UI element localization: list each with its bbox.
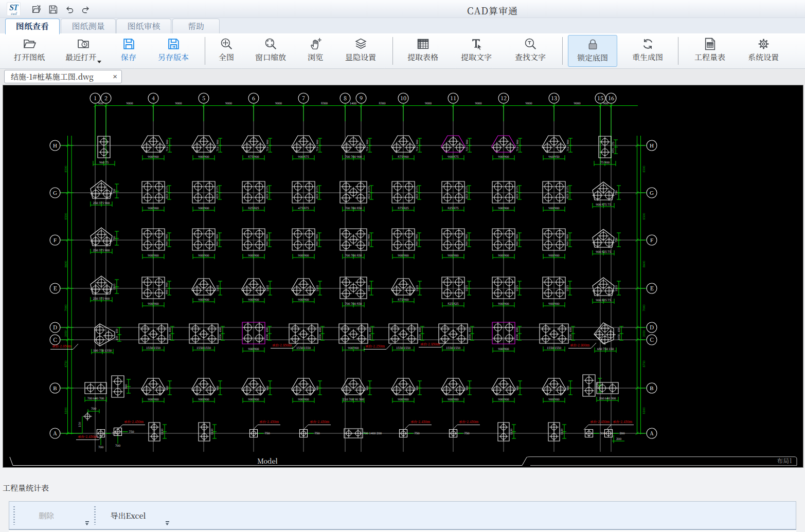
svg-text:900 900: 900 900 [298, 297, 309, 302]
export-excel-button[interactable]: 导出Excel [110, 509, 146, 522]
svg-text:1050: 1050 [218, 334, 222, 340]
svg-text:G: G [53, 188, 57, 196]
overflow-caret-icon[interactable] [85, 521, 90, 525]
svg-text:900: 900 [124, 384, 128, 389]
svg-text:100 750 1350: 100 750 1350 [93, 348, 112, 353]
document-tab[interactable]: 结施-1#桩基施工图.dwg × [4, 70, 122, 83]
toolbar-drag-handle[interactable] [94, 506, 96, 525]
svg-text:承台-2.450m: 承台-2.450m [124, 419, 144, 424]
svg-text:250 375 900: 250 375 900 [93, 248, 110, 252]
svg-text:900: 900 [215, 234, 219, 239]
svg-text:900: 900 [165, 289, 169, 294]
svg-text:825 825: 825 825 [448, 301, 458, 306]
svg-text:900 900: 900 900 [248, 297, 259, 302]
pan-hand-icon [309, 37, 323, 51]
svg-text:8500: 8500 [641, 166, 646, 172]
svg-text:1550 1550: 1550 1550 [196, 345, 211, 350]
toolbar-button-label: 显隐设置 [336, 51, 385, 63]
svg-text:1105: 1105 [367, 285, 371, 291]
svg-text:750: 750 [614, 190, 618, 195]
ribbon-tab-4[interactable]: 帮助 [172, 19, 220, 34]
svg-text:5: 5 [202, 94, 205, 102]
undo-icon[interactable] [64, 4, 75, 14]
svg-text:8750: 8750 [641, 360, 646, 367]
svg-text:1: 1 [94, 94, 97, 102]
toolbar-button-9[interactable]: 提取表格 [398, 35, 448, 67]
svg-text:714: 714 [415, 146, 419, 151]
svg-text:900: 900 [165, 139, 169, 144]
svg-text:10: 10 [400, 94, 406, 102]
svg-text:900: 900 [464, 241, 469, 246]
svg-text:9000: 9000 [175, 101, 182, 105]
svg-text:250 375 900: 250 375 900 [93, 296, 110, 301]
svg-text:714: 714 [165, 146, 169, 151]
svg-text:1550 1550: 1550 1550 [446, 345, 460, 350]
toolbar-button-6[interactable]: 窗口缩放 [246, 35, 295, 67]
svg-text:900 875 75: 900 875 75 [596, 202, 611, 207]
toolbar-button-label: 窗口缩放 [246, 51, 295, 63]
svg-text:1175: 1175 [565, 186, 569, 192]
svg-text:1175: 1175 [464, 285, 469, 291]
cad-canvas[interactable]: 9009000900090009000830014008300900090009… [3, 85, 803, 468]
toolbar-button-14[interactable]: 工程量表 [685, 35, 735, 67]
svg-text:9000: 9000 [126, 101, 133, 105]
quantity-panel: 工程量统计表 删除导出Excel [0, 468, 805, 532]
app-title: CAD算审通 [467, 4, 518, 17]
toolbar-button-7[interactable]: 浏览 [291, 35, 340, 67]
open-file-icon[interactable] [31, 4, 41, 14]
app-window: ST cad CAD算审通 图纸查看图纸测量图纸审核帮助 打开图纸最近打开保存另… [0, 0, 805, 532]
svg-text:450: 450 [115, 328, 119, 333]
svg-text:1105: 1105 [614, 285, 618, 291]
svg-text:825 825: 825 825 [248, 206, 259, 210]
toolbar-button-5[interactable]: 全图 [202, 35, 251, 67]
toolbar-button-15[interactable]: 系统设置 [739, 35, 788, 67]
toolbar-button-10[interactable]: 提取文字 [452, 35, 501, 67]
svg-text:1150: 1150 [595, 382, 599, 389]
svg-text:750: 750 [265, 431, 270, 435]
toolbar-button-11[interactable]: 查找文字 [506, 35, 555, 67]
toolbar-button-4[interactable]: 另存版本 [149, 35, 198, 67]
svg-text:700 700 850: 700 700 850 [345, 301, 362, 306]
svg-text:900: 900 [315, 139, 319, 144]
svg-text:8100: 8100 [641, 407, 646, 414]
overflow-caret-icon[interactable] [165, 521, 170, 525]
svg-text:8100: 8100 [63, 407, 68, 414]
toolbar-button-3[interactable]: 保存 [104, 35, 153, 67]
svg-text:900: 900 [415, 241, 419, 246]
svg-text:900: 900 [415, 234, 419, 239]
toolbar-separator [392, 37, 393, 65]
toolbar-drag-handle[interactable] [13, 506, 15, 525]
ribbon-tab-2[interactable]: 图纸测量 [61, 19, 116, 34]
toolbar-button-12[interactable]: 锁定底图 [568, 35, 617, 67]
toolbar-button-1[interactable]: 打开图纸 [5, 35, 54, 67]
layers-icon [354, 37, 368, 51]
find-text-icon [524, 37, 538, 51]
svg-text:900: 900 [415, 139, 419, 144]
svg-text:1105: 1105 [315, 285, 319, 291]
redo-icon[interactable] [81, 4, 91, 14]
svg-text:900: 900 [165, 241, 169, 246]
svg-text:900: 900 [565, 234, 569, 239]
toolbar-button-13[interactable]: 重生成图 [623, 35, 672, 67]
svg-text:450: 450 [168, 327, 172, 332]
svg-text:900 900: 900 900 [198, 297, 209, 302]
model-tab[interactable]: Model [257, 456, 278, 466]
svg-text:6: 6 [252, 94, 255, 102]
save-file-icon[interactable] [48, 4, 58, 14]
svg-text:825: 825 [565, 194, 569, 198]
toolbar-button-8[interactable]: 显隐设置 [336, 35, 385, 67]
ribbon-tab-1[interactable]: 图纸查看 [5, 19, 60, 34]
svg-text:750: 750 [112, 189, 116, 193]
svg-text:900: 900 [215, 241, 219, 246]
svg-text:825: 825 [265, 194, 269, 198]
toolbar-button-label: 查找文字 [506, 51, 555, 63]
svg-text:714: 714 [216, 146, 220, 151]
toolbar-separator [562, 37, 563, 65]
ribbon-tab-3[interactable]: 图纸审核 [116, 19, 171, 34]
close-icon[interactable]: × [113, 70, 117, 83]
toolbar-button-2[interactable]: 最近打开 [59, 35, 108, 67]
svg-text:900 900: 900 900 [148, 154, 158, 159]
layout-tab[interactable]: 布局1 [777, 456, 792, 465]
svg-text:750: 750 [464, 431, 470, 435]
svg-text:8300: 8300 [379, 101, 385, 105]
